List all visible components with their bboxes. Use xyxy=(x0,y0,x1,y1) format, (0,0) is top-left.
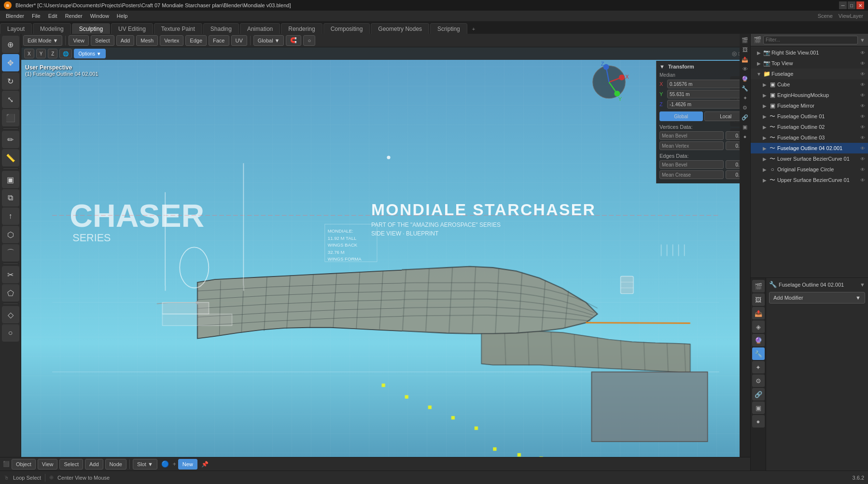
minimize-button[interactable]: ─ xyxy=(839,1,847,9)
tool-rotate[interactable]: ↻ xyxy=(2,72,19,90)
mesh-menu[interactable]: Mesh xyxy=(136,35,158,46)
visibility-toggle[interactable]: 👁 xyxy=(859,92,866,98)
viewport-gizmo-global[interactable]: 🌐 xyxy=(59,49,72,58)
outliner-original-fuselage-circle[interactable]: ▶ ○ Original Fuselage Circle 👁 xyxy=(751,164,868,175)
prop-tab-view[interactable]: ◈ xyxy=(752,320,765,333)
visibility-toggle[interactable]: 👁 xyxy=(859,166,866,173)
tool-annotate[interactable]: ✏ xyxy=(2,131,19,148)
prop-tab-output[interactable]: 📤 xyxy=(752,307,765,319)
tool-select-box[interactable]: ▣ xyxy=(2,171,19,188)
tool-move[interactable]: ✥ xyxy=(2,54,19,71)
add-menu[interactable]: Add xyxy=(116,35,135,46)
menu-render[interactable]: Render xyxy=(61,12,86,20)
visibility-toggle[interactable]: 👁 xyxy=(859,49,866,56)
tool-transform[interactable]: ⬛ xyxy=(2,109,19,126)
tool-loop-cut[interactable]: ⧉ xyxy=(2,189,19,207)
tab-scripting[interactable]: Scripting xyxy=(430,23,467,34)
tool-shear[interactable]: ◇ xyxy=(2,306,19,323)
tab-rendering[interactable]: Rendering xyxy=(281,23,322,34)
tab-texture-paint[interactable]: Texture Paint xyxy=(154,23,202,34)
tab-uv-editing[interactable]: UV Editing xyxy=(111,23,153,34)
viewport-gizmo-z[interactable]: Z xyxy=(48,49,57,58)
outliner-lower-surface[interactable]: ▶ 〜 Lower Surface BezierCurve 01 👁 xyxy=(751,153,868,164)
prop-tab-constraints[interactable]: 🔗 xyxy=(752,388,765,401)
tab-geometry-nodes[interactable]: Geometry Nodes xyxy=(371,23,429,34)
tool-inset[interactable]: ⬡ xyxy=(2,226,19,243)
viewport-gizmo-x[interactable]: X xyxy=(24,49,34,58)
node-bar-icon[interactable]: ⬛ xyxy=(3,461,10,467)
menu-blender[interactable]: Blender xyxy=(2,12,28,20)
visibility-toggle[interactable]: 👁 xyxy=(859,134,866,141)
node-bar-sphere-icon[interactable]: 🔵 xyxy=(159,460,171,468)
new-material-button[interactable]: New xyxy=(178,459,197,470)
viewport-icon-1[interactable]: ◎ xyxy=(732,50,737,57)
node-select-menu[interactable]: Select xyxy=(59,459,83,470)
prop-tab-material[interactable]: ● xyxy=(752,415,765,428)
viewport-options-btn[interactable]: Options ▼ xyxy=(74,49,105,58)
proportional-edit[interactable]: ○ xyxy=(303,35,315,46)
visibility-toggle[interactable]: 👁 xyxy=(859,113,866,120)
strip-render-icon[interactable]: 🖼 xyxy=(741,45,749,54)
view-menu[interactable]: View xyxy=(69,35,89,46)
prop-tab-data[interactable]: ▣ xyxy=(752,401,765,414)
strip-constraints-icon[interactable]: 🔗 xyxy=(741,113,749,122)
tab-add-button[interactable]: + xyxy=(468,24,479,34)
tool-to-sphere[interactable]: ○ xyxy=(2,324,19,342)
outliner-fuselage-outline-04[interactable]: ▶ 〜 Fuselage Outline 04 02.001 👁 xyxy=(751,143,868,153)
visibility-toggle[interactable]: 👁 xyxy=(859,124,866,130)
add-modifier-button[interactable]: Add Modifier ▼ xyxy=(769,292,865,304)
node-node-menu[interactable]: Node xyxy=(105,459,126,470)
prop-tab-particles[interactable]: ✦ xyxy=(752,361,765,373)
strip-output-icon[interactable]: 📤 xyxy=(741,55,749,64)
mode-select[interactable]: Edit Mode ▼ xyxy=(23,35,62,46)
tool-scale[interactable]: ⤡ xyxy=(2,91,19,108)
tool-polypen[interactable]: ⬠ xyxy=(2,284,19,302)
select-menu[interactable]: Select xyxy=(91,35,114,46)
prop-tab-object[interactable]: 🔮 xyxy=(752,334,765,346)
close-button[interactable]: ✕ xyxy=(856,1,864,9)
snap-toggle[interactable]: 🧲 xyxy=(286,35,301,46)
strip-material-icon[interactable]: ● xyxy=(741,132,749,141)
edge-menu[interactable]: Edge xyxy=(185,35,207,46)
tab-shading[interactable]: Shading xyxy=(203,23,239,34)
tool-extrude[interactable]: ↑ xyxy=(2,207,19,225)
transform-select[interactable]: Global ▼ xyxy=(253,35,284,46)
uv-menu[interactable]: UV xyxy=(231,35,247,46)
face-menu[interactable]: Face xyxy=(209,35,229,46)
outliner-search-input[interactable] xyxy=(763,36,858,44)
slot-dropdown[interactable]: Slot ▼ xyxy=(133,459,157,470)
menu-help[interactable]: Help xyxy=(113,12,132,20)
tab-sculpting[interactable]: Sculpting xyxy=(72,23,110,34)
prop-tab-modifier[interactable]: 🔧 xyxy=(752,347,765,360)
node-add-menu[interactable]: Add xyxy=(85,459,103,470)
global-btn[interactable]: Global xyxy=(659,111,703,121)
tab-compositing[interactable]: Compositing xyxy=(323,23,370,34)
visibility-toggle[interactable]: 👁 xyxy=(859,177,866,183)
visibility-toggle[interactable]: 👁 xyxy=(859,70,866,77)
outliner-fuselage-outline-02[interactable]: ▶ 〜 Fuselage Outline 02 👁 xyxy=(751,122,868,132)
outliner-fuselage-mirror[interactable]: ▶ ▣ Fuselage Mirror 👁 xyxy=(751,100,868,111)
outliner-upper-surface[interactable]: ▶ 〜 Upper Surface BezierCurve 01 👁 xyxy=(751,175,868,185)
vertex-menu[interactable]: Vertex xyxy=(160,35,183,46)
node-object-menu[interactable]: Object xyxy=(12,459,36,470)
prop-tab-scene[interactable]: 🎬 xyxy=(752,280,765,292)
visibility-toggle[interactable]: 👁 xyxy=(859,81,866,88)
prop-tab-physics[interactable]: ⚙ xyxy=(752,374,765,387)
tool-measure[interactable]: 📏 xyxy=(2,149,19,166)
x-value-input[interactable] xyxy=(667,80,747,88)
strip-particles-icon[interactable]: ✦ xyxy=(741,94,749,102)
maximize-button[interactable]: □ xyxy=(848,1,855,9)
node-bar-pin-icon[interactable]: 📌 xyxy=(201,461,209,468)
menu-window[interactable]: Window xyxy=(86,12,113,20)
tab-layout[interactable]: Layout xyxy=(0,23,32,34)
node-bar-add-icon[interactable]: + xyxy=(173,461,176,468)
properties-expand-icon[interactable]: ▼ xyxy=(860,282,865,288)
strip-object-icon[interactable]: 🔮 xyxy=(741,74,749,83)
outliner-engine-housing[interactable]: ▶ ▣ EnginHousingMockup 👁 xyxy=(751,90,868,100)
z-value-input[interactable] xyxy=(667,100,747,109)
strip-modifier-icon[interactable]: 🔧 xyxy=(741,84,749,93)
tool-knife[interactable]: ✂ xyxy=(2,266,19,283)
menu-file[interactable]: File xyxy=(28,12,44,20)
strip-physics-icon[interactable]: ⚙ xyxy=(741,103,749,112)
tab-animation[interactable]: Animation xyxy=(240,23,280,34)
